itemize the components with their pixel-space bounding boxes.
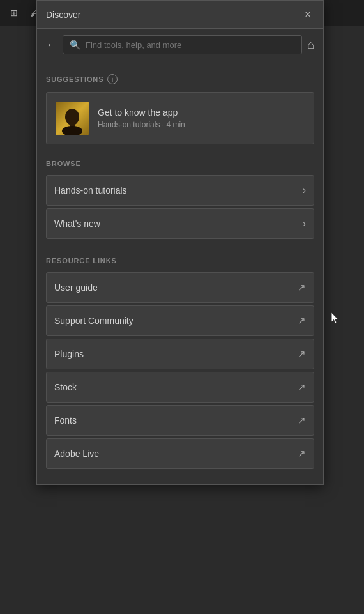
external-link-icon-user-guide: ↗ — [298, 282, 306, 293]
resource-item-plugins[interactable]: Plugins ↗ — [46, 339, 314, 369]
back-button[interactable]: ← — [46, 38, 57, 52]
resource-item-support-community[interactable]: Support Community ↗ — [46, 305, 314, 336]
browse-item-whats-new[interactable]: What's new › — [46, 208, 314, 239]
resource-item-fonts[interactable]: Fonts ↗ — [46, 405, 314, 436]
browse-item-whats-new-label: What's new — [54, 219, 100, 229]
discover-panel: Discover × ← 🔍 ⌂ SUGGESTIONS i — [36, 0, 324, 485]
search-icon: 🔍 — [70, 40, 80, 50]
external-link-icon-adobe-live: ↗ — [298, 448, 306, 459]
resource-links-header: RESOURCE LINKS — [46, 257, 314, 265]
external-link-icon-fonts: ↗ — [298, 415, 306, 426]
suggestion-thumbnail — [56, 102, 89, 135]
panel-title: Discover — [46, 10, 80, 20]
resource-item-adobe-live-label: Adobe Live — [54, 449, 99, 459]
suggestion-card[interactable]: Get to know the app Hands-on tutorials ·… — [46, 92, 314, 144]
portrait-illustration — [56, 102, 89, 135]
resource-item-user-guide-label: User guide — [54, 282, 98, 293]
suggestion-title: Get to know the app — [98, 107, 185, 118]
home-button[interactable]: ⌂ — [307, 38, 314, 52]
suggestions-header: SUGGESTIONS i — [46, 74, 314, 84]
info-icon[interactable]: i — [107, 74, 118, 84]
browse-section: BROWSE Hands-on tutorials › What's new › — [46, 160, 314, 242]
chevron-right-icon-whats-new: › — [303, 218, 306, 229]
resource-links-section: RESOURCE LINKS User guide ↗ Support Comm… — [46, 257, 314, 472]
external-link-icon-plugins: ↗ — [298, 348, 306, 360]
resource-item-adobe-live[interactable]: Adobe Live ↗ — [46, 438, 314, 469]
mouse-cursor — [331, 312, 340, 325]
browse-header: BROWSE — [46, 160, 314, 167]
suggestion-info: Get to know the app Hands-on tutorials ·… — [98, 107, 185, 129]
search-area: ← 🔍 ⌂ — [37, 29, 323, 61]
panel-titlebar: Discover × — [37, 1, 323, 29]
browse-item-tutorials[interactable]: Hands-on tutorials › — [46, 175, 314, 206]
resource-item-support-community-label: Support Community — [54, 316, 133, 326]
svg-point-2 — [65, 109, 79, 125]
panel-content: SUGGESTIONS i — [37, 61, 323, 484]
browse-item-tutorials-label: Hands-on tutorials — [54, 185, 127, 196]
search-input[interactable] — [86, 40, 295, 50]
resource-item-stock[interactable]: Stock ↗ — [46, 372, 314, 403]
chevron-right-icon-tutorials: › — [303, 185, 306, 196]
suggestion-subtitle: Hands-on tutorials · 4 min — [98, 120, 185, 129]
resource-item-plugins-label: Plugins — [54, 349, 84, 359]
resource-item-stock-label: Stock — [54, 382, 77, 392]
resource-item-user-guide[interactable]: User guide ↗ — [46, 272, 314, 303]
toolbar-icon-1[interactable]: ⊞ — [5, 4, 23, 22]
resource-item-fonts-label: Fonts — [54, 415, 77, 426]
search-box: 🔍 — [63, 35, 302, 54]
external-link-icon-support: ↗ — [298, 315, 306, 326]
close-button[interactable]: × — [301, 8, 314, 21]
external-link-icon-stock: ↗ — [298, 381, 306, 393]
